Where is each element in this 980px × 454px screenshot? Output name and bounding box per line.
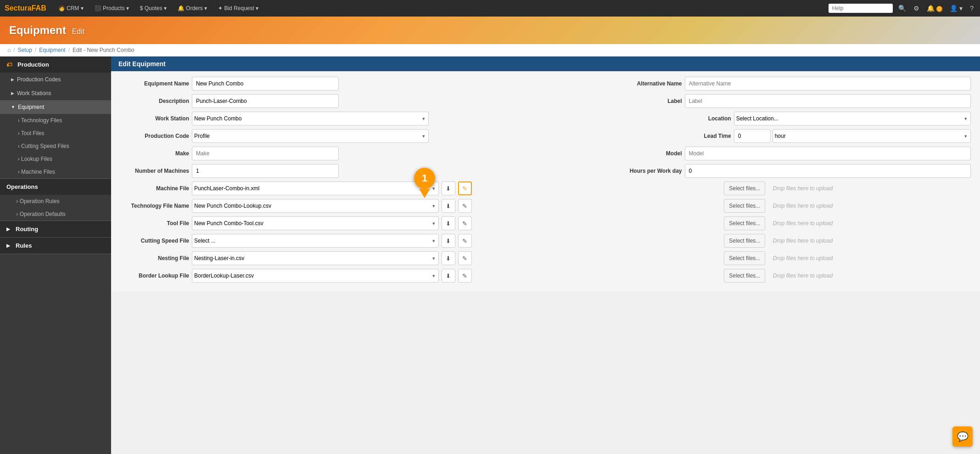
nav-quotes[interactable]: $ Quotes ▾	[135, 3, 171, 13]
border-lookup-file-label: Border Lookup File	[120, 272, 189, 279]
nesting-select-files-btn[interactable]: Select files...	[724, 251, 765, 265]
brand-part2: FAB	[32, 4, 46, 12]
technology-file-drop-zone: Drop files here to upload	[769, 200, 971, 211]
cutting-speed-file-select[interactable]: Select ...	[192, 234, 439, 248]
nav-products[interactable]: ⬛ Products ▾	[90, 3, 134, 13]
description-input[interactable]	[192, 94, 339, 108]
nav-crm[interactable]: 🧑 CRM ▾	[54, 3, 88, 13]
sidebar-subitem-tool-files[interactable]: › Tool Files	[0, 127, 111, 140]
row-technology-file: Technology File Name New Punch Combo-Loo…	[120, 199, 971, 213]
machine-file-select-files-btn[interactable]: Select files...	[724, 182, 765, 195]
nesting-file-download-btn[interactable]: ⬇	[442, 251, 455, 265]
chevron-right-icon: ▶	[6, 227, 10, 232]
border-lookup-select-files-btn[interactable]: Select files...	[724, 269, 765, 283]
sidebar-item-equipment[interactable]: ▼ Equipment	[0, 100, 111, 114]
machine-file-download-btn[interactable]: ⬇	[442, 182, 455, 195]
tool-file-download-btn[interactable]: ⬇	[442, 216, 455, 230]
cutting-speed-select-files-btn[interactable]: Select files...	[724, 234, 765, 248]
cutting-speed-file-edit-btn[interactable]: ✎	[458, 234, 472, 248]
sidebar-header-routing[interactable]: ▶ Routing	[0, 221, 111, 237]
notification-icon[interactable]: 🔔 0	[925, 4, 944, 13]
technology-file-select-files-btn[interactable]: Select files...	[724, 199, 765, 213]
sidebar-header-rules[interactable]: ▶ Rules	[0, 238, 111, 254]
hours-per-workday-input[interactable]	[685, 164, 971, 178]
breadcrumb-home[interactable]: ⌂	[7, 47, 11, 53]
border-lookup-edit-btn[interactable]: ✎	[458, 269, 472, 283]
technology-file-upload-area: Select files... Drop files here to uploa…	[724, 199, 971, 213]
production-tag-icon: 🏷	[6, 62, 12, 68]
lead-time-unit-select[interactable]: hour day	[773, 129, 971, 143]
chevron-right-icon: ▶	[11, 91, 14, 96]
production-code-select[interactable]: Profile	[192, 129, 429, 143]
row-nesting-file: Nesting File Nesting-Laser-in.csv ⬇ ✎ Se…	[120, 251, 971, 265]
help-search-input[interactable]	[829, 4, 893, 13]
sidebar-production-label: Production	[17, 61, 49, 68]
cutting-speed-file-download-btn[interactable]: ⬇	[442, 234, 455, 248]
machine-file-drop-zone: Drop files here to upload	[769, 183, 971, 194]
sidebar-header-operations[interactable]: Operations	[0, 179, 111, 195]
equipment-name-input[interactable]	[192, 77, 339, 91]
technology-file-select[interactable]: New Punch Combo-Lookup.csv	[192, 199, 439, 213]
number-of-machines-input[interactable]	[192, 164, 339, 178]
tool-file-select-files-btn[interactable]: Select files...	[724, 216, 765, 230]
sidebar-section-production: 🏷 Production ▶ Production Codes ▶ Work S…	[0, 57, 111, 179]
description-label: Description	[120, 98, 189, 104]
alternative-name-input[interactable]	[685, 77, 971, 91]
nesting-file-label: Nesting File	[120, 255, 189, 261]
tool-file-upload-area: Select files... Drop files here to uploa…	[724, 216, 971, 230]
technology-file-edit-btn[interactable]: ✎	[458, 199, 472, 213]
chat-button[interactable]: 💬	[952, 426, 973, 447]
row-work-station: Work Station New Punch Combo Location Se…	[120, 112, 971, 125]
nesting-file-edit-btn[interactable]: ✎	[458, 251, 472, 265]
tool-file-select[interactable]: New Punch Combo-Tool.csv	[192, 216, 439, 230]
nav-orders[interactable]: 🔔 Orders ▾	[173, 3, 212, 13]
help-icon[interactable]: ?	[968, 4, 975, 13]
border-lookup-upload-area: Select files... Drop files here to uploa…	[724, 269, 971, 283]
sidebar-subitem-operation-defaults[interactable]: › Operation Defaults	[0, 208, 111, 221]
main-content: Edit Equipment Equipment Name Alternativ…	[111, 57, 980, 454]
main-layout: 🏷 Production ▶ Production Codes ▶ Work S…	[0, 57, 980, 454]
user-icon[interactable]: 👤 ▾	[948, 4, 964, 13]
machine-file-edit-btn[interactable]: ✎	[458, 182, 472, 195]
sidebar-item-work-stations[interactable]: ▶ Work Stations	[0, 86, 111, 100]
sidebar-subitem-machine-files[interactable]: › Machine Files	[0, 165, 111, 178]
row-cutting-speed-file: Cutting Speed File Select ... ⬇ ✎ Select…	[120, 234, 971, 248]
brand-logo[interactable]: SecturaFAB	[5, 4, 46, 12]
model-input[interactable]	[685, 147, 971, 160]
sidebar-item-production-codes[interactable]: ▶ Production Codes	[0, 73, 111, 86]
breadcrumb: ⌂ / Setup / Equipment / Edit - New Punch…	[0, 44, 980, 57]
location-select[interactable]: Select Location...	[734, 112, 971, 125]
breadcrumb-equipment[interactable]: Equipment	[39, 47, 65, 53]
work-station-select[interactable]: New Punch Combo	[192, 112, 429, 125]
sidebar-section-operations: Operations › Operation Rules › Operation…	[0, 179, 111, 221]
breadcrumb-setup[interactable]: Setup	[18, 47, 32, 53]
search-icon[interactable]: 🔍	[896, 4, 908, 13]
label-input[interactable]	[685, 94, 971, 108]
lead-time-label: Lead Time	[672, 133, 731, 139]
tool-file-edit-btn[interactable]: ✎	[458, 216, 472, 230]
border-lookup-download-btn[interactable]: ⬇	[442, 269, 455, 283]
nav-right-controls: 🔍 ⚙ 🔔 0 👤 ▾ ?	[829, 4, 975, 13]
alternative-name-label: Alternative Name	[622, 80, 682, 87]
machine-file-select[interactable]: PunchLaser-Combo-in.xml	[192, 182, 439, 195]
sidebar-subitem-lookup-files[interactable]: › Lookup Files	[0, 153, 111, 165]
sidebar-subitem-operation-rules[interactable]: › Operation Rules	[0, 195, 111, 208]
technology-file-download-btn[interactable]: ⬇	[442, 199, 455, 213]
row-production-code: Production Code Profile Lead Time hour d…	[120, 129, 971, 143]
nesting-file-select[interactable]: Nesting-Laser-in.csv	[192, 251, 439, 265]
sidebar-subitem-cutting-speed-files[interactable]: › Cutting Speed Files	[0, 140, 111, 153]
border-lookup-file-select[interactable]: BorderLookup-Laser.csv	[192, 269, 439, 283]
gear-icon[interactable]: ⚙	[912, 4, 921, 13]
routing-label: Routing	[16, 226, 38, 233]
make-input[interactable]	[192, 147, 339, 160]
sidebar-header-production[interactable]: 🏷 Production	[0, 57, 111, 73]
nav-bid-request[interactable]: ✦ Bid Request ▾	[213, 3, 263, 13]
cutting-speed-drop-zone: Drop files here to upload	[769, 235, 971, 246]
nesting-file-upload-area: Select files... Drop files here to uploa…	[724, 251, 971, 265]
number-of-machines-label: Number of Machines	[120, 168, 189, 174]
chevron-down-icon: ▼	[11, 105, 15, 109]
chevron-right-icon: ▶	[11, 77, 14, 82]
sidebar-subitem-technology-files[interactable]: › Technology Files	[0, 114, 111, 127]
hours-per-workday-label: Hours per Work day	[622, 168, 682, 174]
lead-time-input[interactable]	[734, 129, 771, 143]
